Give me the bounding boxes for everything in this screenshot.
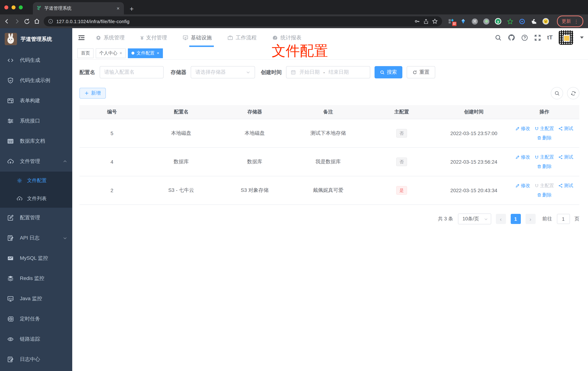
share-icon[interactable]	[423, 19, 429, 24]
cloud-download-icon	[7, 158, 14, 165]
test-link[interactable]: 测试	[558, 125, 573, 132]
edit-link[interactable]: 修改	[515, 154, 530, 160]
toggle-search-button[interactable]	[551, 87, 563, 99]
edit-link[interactable]: 修改	[515, 125, 530, 132]
extension-tabs-icon[interactable]: 11	[448, 18, 454, 25]
delete-link[interactable]: 删除	[537, 163, 552, 170]
reload-icon[interactable]	[24, 18, 30, 24]
nav-item-system[interactable]: 系统管理	[96, 28, 125, 47]
profile-avatar-emoji[interactable]	[543, 18, 549, 25]
extension-star-icon[interactable]	[507, 18, 513, 25]
tagbar: 首页 个人中心 × 文件配置 ×	[72, 47, 588, 60]
home-icon[interactable]	[34, 18, 40, 25]
tag-file-config[interactable]: 文件配置 ×	[128, 48, 163, 58]
page-size-select[interactable]: 10条/页	[458, 213, 491, 224]
search-icon	[380, 70, 385, 74]
close-icon[interactable]: ×	[157, 51, 159, 56]
share-nodes-icon	[558, 183, 563, 188]
layers-icon	[7, 275, 14, 282]
user-avatar-qr[interactable]	[559, 30, 573, 45]
refresh-icon	[412, 70, 417, 74]
extension-gem-icon[interactable]	[460, 18, 466, 25]
extensions-puzzle-icon[interactable]	[531, 18, 537, 25]
name-filter-input[interactable]: 请输入配置名	[99, 66, 163, 78]
date-range-input[interactable]: 开始日期 - 结束日期	[286, 66, 370, 78]
help-icon[interactable]	[521, 34, 528, 41]
sidebar-item-log-center[interactable]: 日志中心	[0, 349, 72, 370]
test-link[interactable]: 测试	[558, 182, 573, 189]
sidebar-item-file-list[interactable]: 文件列表	[0, 190, 72, 208]
zoom-window-button[interactable]	[19, 5, 23, 9]
font-size-icon[interactable]: tT	[547, 34, 553, 41]
github-icon[interactable]	[508, 34, 515, 41]
delete-link[interactable]: 删除	[537, 135, 552, 141]
extension-command-icon[interactable]: ⌘	[472, 18, 478, 24]
refresh-table-button[interactable]	[567, 87, 579, 99]
date-end-placeholder: 结束日期	[328, 69, 349, 75]
extension-target-icon[interactable]	[519, 18, 525, 25]
magnet-icon	[535, 155, 539, 159]
nav-item-pay[interactable]: ¥ 支付管理	[140, 28, 167, 47]
test-link[interactable]: 测试	[558, 154, 573, 160]
extension-gray-dot-icon[interactable]	[483, 18, 489, 24]
chevron-down-icon	[484, 217, 488, 221]
sidebar-item-code-gen[interactable]: 代码生成	[0, 50, 72, 70]
close-window-button[interactable]	[4, 5, 8, 9]
fullscreen-icon[interactable]	[534, 34, 541, 41]
site-info-icon[interactable]	[48, 19, 53, 24]
form-grid-icon	[7, 97, 14, 104]
minimize-window-button[interactable]	[11, 5, 16, 9]
tag-home[interactable]: 首页	[77, 48, 94, 58]
goto-page-input[interactable]: 1	[557, 214, 570, 224]
nav-item-workflow[interactable]: 工作流程	[228, 28, 257, 47]
gear-icon	[17, 178, 22, 183]
extension-y-icon[interactable]: y	[495, 18, 501, 25]
tag-profile[interactable]: 个人中心 ×	[96, 48, 126, 58]
sidebar-item-mysql-monitor[interactable]: MySQL 监控	[0, 248, 72, 268]
primary-link[interactable]: 主配置	[535, 125, 554, 132]
sidebar-item-form-builder[interactable]: 表单构建	[0, 91, 72, 111]
bookmark-star-icon[interactable]	[432, 18, 438, 24]
sliders-icon	[7, 118, 14, 124]
add-button[interactable]: 新增	[79, 88, 106, 99]
sidebar-item-api-log[interactable]: API 日志	[0, 228, 72, 248]
browser-menu-dots-icon[interactable]: ⋮	[574, 19, 579, 24]
sidebar-item-file-config[interactable]: 文件配置	[0, 172, 72, 190]
tab-close-icon[interactable]: ×	[116, 5, 120, 11]
sidebar-item-trace[interactable]: 链路追踪	[0, 329, 72, 349]
current-page[interactable]: 1	[511, 214, 521, 224]
browser-tab[interactable]: 芋道管理系统 ×	[33, 2, 124, 14]
sidebar-item-code-demo[interactable]: 代码生成示例	[0, 70, 72, 91]
sidebar-item-file-manage[interactable]: 文件管理	[0, 151, 72, 172]
yen-icon: ¥	[140, 34, 144, 41]
sidebar-item-cron-job[interactable]: 定时任务	[0, 309, 72, 329]
sidebar-item-java-monitor[interactable]: Java 监控	[0, 289, 72, 309]
sidebar-logo: 芋道管理系统	[0, 28, 72, 49]
favicon-plant-icon	[36, 6, 42, 11]
sidebar-item-config-manage[interactable]: 配置管理	[0, 208, 72, 228]
reset-button[interactable]: 重置	[407, 66, 435, 78]
avatar-dropdown-caret[interactable]	[580, 36, 584, 39]
sidebar-item-system-api[interactable]: 系统接口	[0, 111, 72, 131]
storage-filter-select[interactable]: 请选择存储器	[191, 66, 255, 78]
edit-link[interactable]: 修改	[515, 182, 530, 189]
url-text[interactable]: 127.0.0.1:1024/infra/file/file-config	[56, 19, 411, 24]
sidebar-collapse-icon[interactable]	[78, 34, 85, 41]
table-icon	[7, 138, 14, 145]
delete-link[interactable]: 删除	[537, 192, 552, 198]
search-button[interactable]: 搜索	[375, 66, 402, 78]
address-bar[interactable]: 127.0.0.1:1024/infra/file/file-config	[44, 16, 442, 26]
sidebar-item-db-doc[interactable]: 数据库文档	[0, 131, 72, 151]
sidebar-item-redis-monitor[interactable]: Redis 监控	[0, 268, 72, 289]
prev-page-button[interactable]: ‹	[496, 214, 506, 224]
primary-link[interactable]: 主配置	[535, 154, 554, 160]
browser-update-button[interactable]: 更新 ⋮	[557, 16, 583, 27]
nav-item-infra[interactable]: 基础设施	[183, 28, 212, 47]
back-icon[interactable]	[4, 18, 10, 25]
new-tab-button[interactable]: +	[130, 5, 134, 12]
close-icon[interactable]: ×	[120, 51, 122, 56]
search-icon[interactable]	[495, 34, 502, 41]
password-key-icon[interactable]	[414, 18, 420, 24]
next-page-button[interactable]: ›	[525, 214, 536, 224]
forward-icon[interactable]	[14, 18, 20, 25]
